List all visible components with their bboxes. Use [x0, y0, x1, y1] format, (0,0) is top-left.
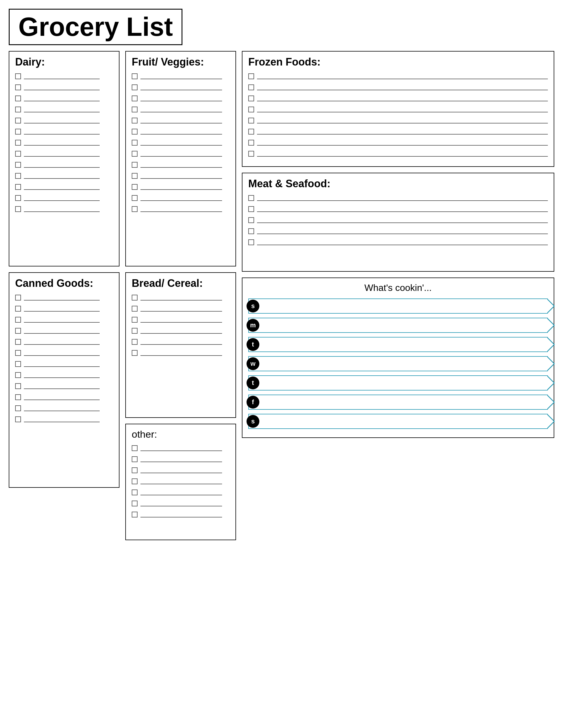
checkbox[interactable]	[15, 162, 21, 168]
checkbox[interactable]	[248, 195, 254, 201]
checkbox[interactable]	[15, 151, 21, 157]
day-thursday: t	[248, 375, 548, 390]
checkbox[interactable]	[132, 129, 137, 135]
monday-circle: m	[246, 319, 259, 332]
checkbox[interactable]	[132, 295, 137, 301]
checkbox[interactable]	[248, 217, 254, 223]
title-box: Grocery List	[9, 9, 182, 45]
fruit-title: Fruit/ Veggies:	[132, 56, 229, 68]
checkbox[interactable]	[132, 328, 137, 334]
checkbox[interactable]	[15, 306, 21, 312]
checkbox[interactable]	[132, 151, 137, 157]
checkbox[interactable]	[15, 416, 21, 422]
checkbox[interactable]	[15, 350, 21, 356]
check-line	[24, 140, 100, 146]
check-line	[140, 350, 222, 356]
center-column: Fruit/ Veggies: Bread/ Cereal:	[125, 51, 236, 540]
checkbox[interactable]	[15, 405, 21, 411]
check-line	[24, 151, 100, 157]
checkbox[interactable]	[248, 118, 254, 123]
checkbox[interactable]	[132, 173, 137, 179]
checkbox[interactable]	[248, 239, 254, 245]
checkbox[interactable]	[248, 96, 254, 101]
check-line	[140, 512, 222, 517]
list-item	[15, 383, 113, 389]
checkbox[interactable]	[132, 501, 137, 506]
check-line	[140, 195, 222, 201]
checkbox[interactable]	[248, 228, 254, 234]
checkbox[interactable]	[15, 372, 21, 378]
checkbox[interactable]	[132, 512, 137, 517]
checkbox[interactable]	[15, 383, 21, 389]
checkbox[interactable]	[132, 445, 137, 451]
checkbox[interactable]	[132, 162, 137, 168]
check-line	[24, 339, 100, 345]
frozen-section: Frozen Foods:	[242, 51, 554, 167]
checkbox[interactable]	[15, 195, 21, 201]
checkbox[interactable]	[15, 361, 21, 367]
checkbox[interactable]	[132, 456, 137, 462]
dairy-section: Dairy:	[9, 51, 119, 266]
fruit-section: Fruit/ Veggies:	[125, 51, 236, 266]
checkbox[interactable]	[132, 107, 137, 112]
checkbox[interactable]	[15, 73, 21, 79]
checkbox[interactable]	[248, 151, 254, 157]
checkbox[interactable]	[15, 129, 21, 135]
check-line	[140, 328, 222, 334]
checkbox[interactable]	[15, 317, 21, 323]
check-line	[24, 317, 100, 323]
list-item	[132, 339, 229, 345]
check-line	[140, 73, 222, 79]
list-item	[15, 306, 113, 312]
checkbox[interactable]	[248, 107, 254, 112]
checkbox[interactable]	[132, 467, 137, 473]
checkbox[interactable]	[132, 140, 137, 146]
checkbox[interactable]	[15, 84, 21, 90]
checkbox[interactable]	[15, 118, 21, 123]
checkbox[interactable]	[15, 140, 21, 146]
checkbox[interactable]	[15, 184, 21, 190]
list-item	[15, 372, 113, 378]
saturday-arrow-body: s	[248, 414, 548, 429]
checkbox[interactable]	[132, 73, 137, 79]
check-line	[24, 184, 100, 190]
checkbox[interactable]	[15, 107, 21, 112]
checkbox[interactable]	[248, 84, 254, 90]
checkbox[interactable]	[248, 140, 254, 146]
checkbox[interactable]	[132, 306, 137, 312]
list-item	[248, 195, 548, 201]
checkbox[interactable]	[132, 184, 137, 190]
checkbox[interactable]	[132, 206, 137, 212]
checkbox[interactable]	[132, 350, 137, 356]
checkbox[interactable]	[132, 490, 137, 495]
list-item	[15, 84, 113, 90]
checkbox[interactable]	[132, 317, 137, 323]
list-item	[132, 195, 229, 201]
sunday-arrow-body: s	[248, 298, 548, 314]
checkbox[interactable]	[15, 96, 21, 101]
checkbox[interactable]	[132, 84, 137, 90]
tuesday-letter: t	[252, 341, 254, 348]
list-item	[15, 206, 113, 212]
checkbox[interactable]	[15, 206, 21, 212]
day-friday: f	[248, 395, 548, 410]
checkbox[interactable]	[248, 73, 254, 79]
checkbox[interactable]	[15, 394, 21, 400]
checkbox[interactable]	[132, 339, 137, 345]
checkbox[interactable]	[132, 118, 137, 123]
checkbox[interactable]	[132, 96, 137, 101]
check-line	[257, 228, 548, 234]
list-item	[15, 405, 113, 411]
checkbox[interactable]	[248, 129, 254, 135]
check-line	[24, 306, 100, 312]
list-item	[248, 239, 548, 245]
checkbox[interactable]	[15, 339, 21, 345]
checkbox[interactable]	[15, 295, 21, 301]
checkbox[interactable]	[132, 478, 137, 484]
checkbox[interactable]	[248, 206, 254, 212]
checkbox[interactable]	[15, 328, 21, 334]
check-line	[24, 107, 100, 112]
checkbox[interactable]	[132, 195, 137, 201]
other-section: other:	[125, 424, 236, 540]
checkbox[interactable]	[15, 173, 21, 179]
